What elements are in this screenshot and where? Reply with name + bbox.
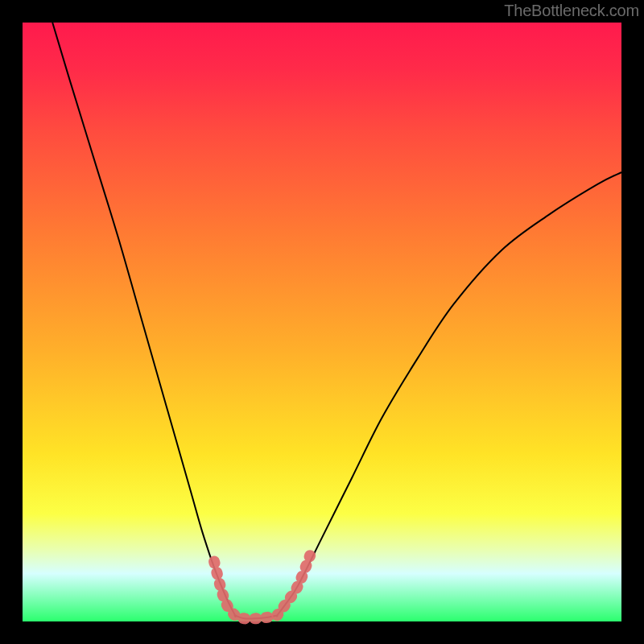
watermark-label: TheBottleneck.com <box>504 2 639 20</box>
highlight-right-marker <box>277 555 310 615</box>
plot-area <box>23 23 621 621</box>
chart-frame: TheBottleneck.com <box>0 0 644 644</box>
bottleneck-curve <box>52 23 621 619</box>
curve-layer <box>23 23 621 621</box>
highlight-left-marker <box>214 562 268 619</box>
